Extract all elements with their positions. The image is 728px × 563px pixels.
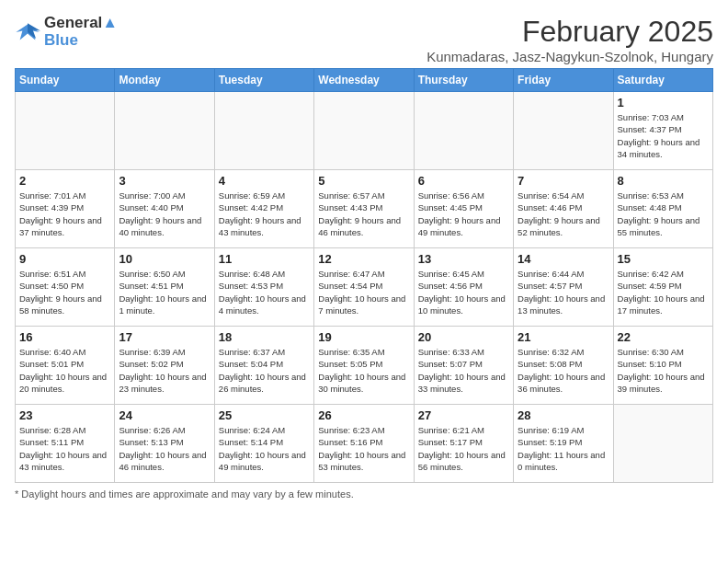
day-cell: 20Sunrise: 6:33 AM Sunset: 5:07 PM Dayli… — [414, 327, 513, 405]
day-number: 14 — [518, 252, 609, 266]
day-number: 16 — [19, 330, 110, 344]
day-cell: 25Sunrise: 6:24 AM Sunset: 5:14 PM Dayli… — [214, 405, 313, 483]
day-info: Sunrise: 6:51 AM Sunset: 4:50 PM Dayligh… — [19, 268, 110, 316]
day-cell — [16, 92, 115, 170]
day-number: 22 — [618, 330, 709, 344]
day-number: 4 — [219, 174, 310, 188]
page-header: General▲ Blue February 2025 Kunmadaras, … — [15, 15, 713, 64]
day-cell: 19Sunrise: 6:35 AM Sunset: 5:05 PM Dayli… — [314, 327, 414, 405]
day-number: 27 — [418, 408, 509, 422]
day-number: 6 — [418, 174, 509, 188]
day-number: 23 — [19, 408, 110, 422]
day-number: 3 — [119, 174, 210, 188]
day-info: Sunrise: 6:33 AM Sunset: 5:07 PM Dayligh… — [418, 346, 509, 395]
week-row-4: 23Sunrise: 6:28 AM Sunset: 5:11 PM Dayli… — [16, 405, 713, 483]
day-number: 2 — [19, 174, 110, 188]
day-info: Sunrise: 7:00 AM Sunset: 4:40 PM Dayligh… — [119, 190, 210, 238]
day-number: 1 — [618, 96, 709, 109]
day-number: 12 — [318, 252, 409, 266]
day-cell: 9Sunrise: 6:51 AM Sunset: 4:50 PM Daylig… — [16, 248, 115, 327]
day-number: 21 — [518, 330, 609, 344]
day-cell: 4Sunrise: 6:59 AM Sunset: 4:42 PM Daylig… — [214, 170, 313, 248]
day-number: 15 — [618, 252, 709, 266]
logo-text: General▲ Blue — [44, 15, 118, 49]
day-info: Sunrise: 6:26 AM Sunset: 5:13 PM Dayligh… — [119, 424, 210, 473]
day-cell: 5Sunrise: 6:57 AM Sunset: 4:43 PM Daylig… — [314, 170, 414, 248]
month-year: February 2025 — [427, 15, 713, 49]
day-number: 19 — [318, 330, 409, 344]
day-cell: 28Sunrise: 6:19 AM Sunset: 5:19 PM Dayli… — [514, 405, 613, 483]
day-cell: 23Sunrise: 6:28 AM Sunset: 5:11 PM Dayli… — [16, 405, 115, 483]
day-cell: 12Sunrise: 6:47 AM Sunset: 4:54 PM Dayli… — [314, 248, 414, 327]
day-number: 7 — [518, 174, 609, 188]
day-cell: 14Sunrise: 6:44 AM Sunset: 4:57 PM Dayli… — [514, 248, 613, 327]
day-info: Sunrise: 6:53 AM Sunset: 4:48 PM Dayligh… — [618, 190, 709, 238]
day-info: Sunrise: 6:28 AM Sunset: 5:11 PM Dayligh… — [19, 424, 110, 473]
day-info: Sunrise: 6:39 AM Sunset: 5:02 PM Dayligh… — [119, 346, 210, 395]
day-header-row: SundayMondayTuesdayWednesdayThursdayFrid… — [16, 69, 713, 92]
day-header-wednesday: Wednesday — [314, 69, 414, 92]
day-header-saturday: Saturday — [613, 69, 712, 92]
day-cell: 10Sunrise: 6:50 AM Sunset: 4:51 PM Dayli… — [115, 248, 214, 327]
day-number: 24 — [119, 408, 210, 422]
day-info: Sunrise: 6:24 AM Sunset: 5:14 PM Dayligh… — [219, 424, 310, 473]
day-header-tuesday: Tuesday — [214, 69, 313, 92]
day-info: Sunrise: 6:40 AM Sunset: 5:01 PM Dayligh… — [19, 346, 110, 395]
day-info: Sunrise: 7:03 AM Sunset: 4:37 PM Dayligh… — [618, 111, 709, 160]
day-number: 17 — [119, 330, 210, 344]
day-cell: 18Sunrise: 6:37 AM Sunset: 5:04 PM Dayli… — [214, 327, 313, 405]
day-info: Sunrise: 6:45 AM Sunset: 4:56 PM Dayligh… — [418, 268, 509, 316]
location: Kunmadaras, Jasz-Nagykun-Szolnok, Hungar… — [427, 49, 713, 64]
day-cell: 15Sunrise: 6:42 AM Sunset: 4:59 PM Dayli… — [613, 248, 712, 327]
day-number: 20 — [418, 330, 509, 344]
day-cell: 16Sunrise: 6:40 AM Sunset: 5:01 PM Dayli… — [16, 327, 115, 405]
day-cell: 13Sunrise: 6:45 AM Sunset: 4:56 PM Dayli… — [414, 248, 513, 327]
day-info: Sunrise: 6:35 AM Sunset: 5:05 PM Dayligh… — [318, 346, 409, 395]
logo: General▲ Blue — [15, 15, 118, 49]
calendar-table: SundayMondayTuesdayWednesdayThursdayFrid… — [15, 68, 713, 483]
day-number: 5 — [318, 174, 409, 188]
footer-text: Daylight hours — [21, 488, 85, 500]
logo-icon — [15, 19, 40, 45]
day-cell: 17Sunrise: 6:39 AM Sunset: 5:02 PM Dayli… — [115, 327, 214, 405]
day-info: Sunrise: 6:54 AM Sunset: 4:46 PM Dayligh… — [518, 190, 609, 238]
day-header-sunday: Sunday — [16, 69, 115, 92]
day-info: Sunrise: 6:56 AM Sunset: 4:45 PM Dayligh… — [418, 190, 509, 238]
day-cell: 3Sunrise: 7:00 AM Sunset: 4:40 PM Daylig… — [115, 170, 214, 248]
title-block: February 2025 Kunmadaras, Jasz-Nagykun-S… — [427, 15, 713, 64]
day-cell: 2Sunrise: 7:01 AM Sunset: 4:39 PM Daylig… — [16, 170, 115, 248]
day-info: Sunrise: 7:01 AM Sunset: 4:39 PM Dayligh… — [19, 190, 110, 238]
day-cell — [314, 92, 414, 170]
footer-note: * Daylight hours and times are approxima… — [15, 488, 713, 500]
day-info: Sunrise: 6:42 AM Sunset: 4:59 PM Dayligh… — [618, 268, 709, 316]
day-number: 11 — [219, 252, 310, 266]
day-cell — [514, 92, 613, 170]
day-info: Sunrise: 6:37 AM Sunset: 5:04 PM Dayligh… — [219, 346, 310, 395]
day-info: Sunrise: 6:23 AM Sunset: 5:16 PM Dayligh… — [318, 424, 409, 473]
day-header-monday: Monday — [115, 69, 214, 92]
day-cell: 27Sunrise: 6:21 AM Sunset: 5:17 PM Dayli… — [414, 405, 513, 483]
day-info: Sunrise: 6:44 AM Sunset: 4:57 PM Dayligh… — [518, 268, 609, 316]
day-info: Sunrise: 6:47 AM Sunset: 4:54 PM Dayligh… — [318, 268, 409, 316]
day-info: Sunrise: 6:30 AM Sunset: 5:10 PM Dayligh… — [618, 346, 709, 395]
day-number: 10 — [119, 252, 210, 266]
day-cell — [214, 92, 313, 170]
week-row-2: 9Sunrise: 6:51 AM Sunset: 4:50 PM Daylig… — [16, 248, 713, 327]
day-cell: 6Sunrise: 6:56 AM Sunset: 4:45 PM Daylig… — [414, 170, 513, 248]
day-info: Sunrise: 6:21 AM Sunset: 5:17 PM Dayligh… — [418, 424, 509, 473]
day-header-thursday: Thursday — [414, 69, 513, 92]
day-cell — [115, 92, 214, 170]
day-number: 26 — [318, 408, 409, 422]
day-cell: 1Sunrise: 7:03 AM Sunset: 4:37 PM Daylig… — [613, 92, 712, 170]
day-info: Sunrise: 6:50 AM Sunset: 4:51 PM Dayligh… — [119, 268, 210, 316]
day-info: Sunrise: 6:32 AM Sunset: 5:08 PM Dayligh… — [518, 346, 609, 395]
day-cell: 22Sunrise: 6:30 AM Sunset: 5:10 PM Dayli… — [613, 327, 712, 405]
day-cell: 7Sunrise: 6:54 AM Sunset: 4:46 PM Daylig… — [514, 170, 613, 248]
day-number: 8 — [618, 174, 709, 188]
day-cell: 8Sunrise: 6:53 AM Sunset: 4:48 PM Daylig… — [613, 170, 712, 248]
week-row-3: 16Sunrise: 6:40 AM Sunset: 5:01 PM Dayli… — [16, 327, 713, 405]
week-row-1: 2Sunrise: 7:01 AM Sunset: 4:39 PM Daylig… — [16, 170, 713, 248]
day-cell — [414, 92, 513, 170]
day-cell: 26Sunrise: 6:23 AM Sunset: 5:16 PM Dayli… — [314, 405, 414, 483]
day-header-friday: Friday — [514, 69, 613, 92]
